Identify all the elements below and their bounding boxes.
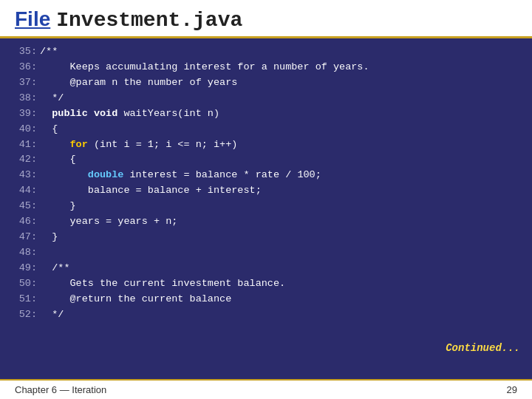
table-row: 37: @param n the number of years <box>12 75 520 91</box>
table-row: 48: <box>12 245 520 261</box>
footer: Chapter 6 — Iteration 29 <box>0 379 532 399</box>
plain-text: { <box>40 154 76 165</box>
line-number: 41: <box>12 137 38 153</box>
line-number: 49: <box>12 261 38 276</box>
table-row: 40: { <box>12 122 520 137</box>
line-number: 51: <box>12 292 38 307</box>
double-keyword: double <box>88 169 124 180</box>
plain-text: } <box>40 200 76 211</box>
table-row: 50: Gets the current investment balance. <box>12 276 520 292</box>
comment-text: /** <box>40 262 70 273</box>
comment-text: @param n the number of years <box>40 77 237 88</box>
code-line: years = years + n; <box>38 214 520 230</box>
page: File Investment.java 35:/**36: Keeps acc… <box>0 0 532 399</box>
line-number: 42: <box>12 152 38 168</box>
line-number: 39: <box>12 106 38 122</box>
code-line: double interest = balance * rate / 100; <box>38 168 520 183</box>
table-row: 51: @return the current balance <box>12 292 520 307</box>
line-number: 50: <box>12 276 38 292</box>
line-number: 36: <box>12 60 38 75</box>
plain-text: (int n) <box>177 108 219 119</box>
plain-text: } <box>40 231 58 242</box>
code-table: 35:/**36: Keeps accumulating interest fo… <box>12 44 520 323</box>
comment-text: */ <box>40 92 64 103</box>
code-line: */ <box>38 91 520 106</box>
plain-text: 100 <box>297 169 315 180</box>
table-row: 36: Keeps accumulating interest for a nu… <box>12 60 520 75</box>
table-row: 46: years = years + n; <box>12 214 520 230</box>
comment-text: Keeps accumulating interest for a number… <box>40 61 369 72</box>
table-row: 38: */ <box>12 91 520 106</box>
code-wrapper: 35:/**36: Keeps accumulating interest fo… <box>0 38 532 379</box>
for-keyword: for <box>70 139 88 150</box>
plain-text: interest = balance * rate / <box>123 169 297 180</box>
keyword-text: public void <box>40 108 123 119</box>
code-line: @param n the number of years <box>38 75 520 91</box>
line-number: 43: <box>12 168 38 183</box>
line-number: 47: <box>12 230 38 245</box>
code-line: /** <box>38 44 520 60</box>
code-line: } <box>38 199 520 214</box>
title-filename: Investment.java <box>56 9 242 32</box>
plain-text: waitYears <box>123 108 177 119</box>
code-line: @return the current balance <box>38 292 520 307</box>
table-row: 35:/** <box>12 44 520 60</box>
plain-text: years = years + n; <box>40 216 177 227</box>
plain-text <box>40 169 88 180</box>
table-row: 45: } <box>12 199 520 214</box>
comment-text: /** <box>40 46 58 57</box>
comment-text: @return the current balance <box>40 293 231 304</box>
table-row: 41: for (int i = 1; i <= n; i++) <box>12 137 520 153</box>
code-area: 35:/**36: Keeps accumulating interest fo… <box>0 38 532 327</box>
line-number: 48: <box>12 245 38 261</box>
table-row: 52: */ <box>12 307 520 323</box>
continued-label: Continued... <box>446 342 520 354</box>
table-row: 39: public void waitYears(int n) <box>12 106 520 122</box>
plain-text: { <box>40 123 58 134</box>
plain-text <box>40 139 70 150</box>
line-number: 38: <box>12 91 38 106</box>
code-line: { <box>38 122 520 137</box>
code-line: Keeps accumulating interest for a number… <box>38 60 520 75</box>
table-row: 44: balance = balance + interest; <box>12 183 520 199</box>
code-line: } <box>38 230 520 245</box>
chapter-label: Chapter 6 — Iteration <box>15 384 106 395</box>
table-row: 47: } <box>12 230 520 245</box>
line-number: 37: <box>12 75 38 91</box>
line-number: 45: <box>12 199 38 214</box>
code-line: Gets the current investment balance. <box>38 276 520 292</box>
line-number: 35: <box>12 44 38 60</box>
line-number: 40: <box>12 122 38 137</box>
title-bar: File Investment.java <box>0 0 532 38</box>
code-line: { <box>38 152 520 168</box>
code-line: /** <box>38 261 520 276</box>
plain-text: (int i = 1; i <= n; i++) <box>88 139 238 150</box>
code-line: for (int i = 1; i <= n; i++) <box>38 137 520 153</box>
page-number: 29 <box>507 384 517 395</box>
code-line: balance = balance + interest; <box>38 183 520 199</box>
comment-text: */ <box>40 309 64 320</box>
table-row: 49: /** <box>12 261 520 276</box>
comment-text: Gets the current investment balance. <box>40 278 285 289</box>
code-line: */ <box>38 307 520 323</box>
table-row: 42: { <box>12 152 520 168</box>
line-number: 46: <box>12 214 38 230</box>
line-number: 44: <box>12 183 38 199</box>
table-row: 43: double interest = balance * rate / 1… <box>12 168 520 183</box>
code-line: public void waitYears(int n) <box>38 106 520 122</box>
plain-text: balance = balance + interest; <box>40 185 262 196</box>
plain-text: ; <box>316 169 321 180</box>
title-file: File <box>15 7 50 31</box>
line-number: 52: <box>12 307 38 323</box>
code-line <box>38 245 520 261</box>
